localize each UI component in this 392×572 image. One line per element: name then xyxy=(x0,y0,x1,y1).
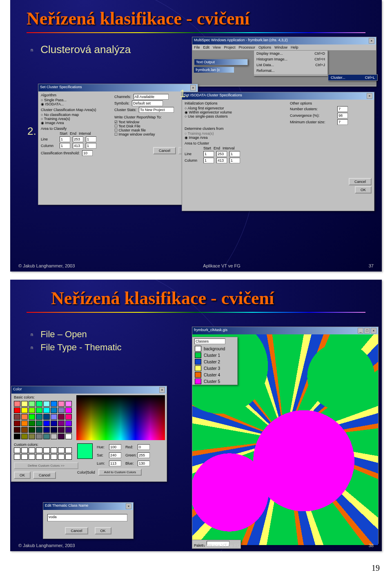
define-custom-button[interactable]: Define Custom Colors >> xyxy=(14,462,78,469)
menu-item-reformat[interactable]: Reformat... xyxy=(254,68,327,73)
color-swatch[interactable] xyxy=(58,401,65,407)
color-swatch[interactable] xyxy=(29,401,35,407)
legend-item[interactable]: Cluster 4 xyxy=(192,372,237,378)
color-swatch[interactable] xyxy=(58,414,65,420)
color-swatch[interactable] xyxy=(51,421,57,426)
num-clusters-input[interactable]: 7 xyxy=(337,106,348,112)
ok-button[interactable]: OK xyxy=(14,472,31,479)
color-swatch[interactable] xyxy=(43,427,50,433)
line-end-input[interactable]: 253 xyxy=(73,136,83,142)
color-picker-titlebar[interactable]: Color × xyxy=(11,386,167,394)
color-swatch[interactable] xyxy=(51,414,57,420)
green-input[interactable]: 255 xyxy=(138,452,150,458)
color-swatch[interactable] xyxy=(29,407,35,413)
col-end-input[interactable]: 413 xyxy=(73,143,83,149)
blue-input[interactable]: 130 xyxy=(138,461,150,466)
color-swatch[interactable] xyxy=(36,434,42,439)
radio-image-area[interactable]: Image Area xyxy=(41,121,110,125)
processor-submenu[interactable]: Cluster...Ctrl+L xyxy=(328,74,378,81)
classname-input[interactable]: voda xyxy=(47,514,127,521)
line-interval-input[interactable]: 1 xyxy=(86,136,96,142)
radio-single-pass-clusters[interactable]: Use single-pass clusters xyxy=(185,114,284,118)
line-interval-input2[interactable]: 1 xyxy=(229,151,240,157)
col-interval-input2[interactable]: 1 xyxy=(229,158,240,163)
col-end-input2[interactable]: 413 xyxy=(216,158,227,163)
cancel-button[interactable]: Cancel xyxy=(65,527,88,534)
edit-classname-titlebar[interactable]: Edit Thematic Class Name × xyxy=(43,503,133,510)
close-icon[interactable]: × xyxy=(369,38,374,44)
radio-no-map[interactable]: No classification map xyxy=(41,113,110,117)
col-start-input[interactable]: 1 xyxy=(60,143,70,149)
col-start-input2[interactable]: 1 xyxy=(203,158,214,163)
color-swatch[interactable] xyxy=(21,434,28,439)
color-swatch[interactable] xyxy=(14,407,20,413)
lum-input[interactable]: 113 xyxy=(109,461,121,466)
legend-swatch[interactable] xyxy=(195,378,201,384)
color-swatch[interactable] xyxy=(21,401,28,407)
convergence-input[interactable]: 98 xyxy=(337,113,348,118)
color-swatch[interactable] xyxy=(21,421,28,426)
color-swatch[interactable] xyxy=(21,427,28,433)
color-swatch[interactable] xyxy=(58,407,65,413)
color-swatch[interactable] xyxy=(21,407,28,413)
close-icon[interactable]: × xyxy=(367,93,372,99)
ok-button[interactable]: OK xyxy=(355,186,372,194)
color-swatch[interactable] xyxy=(14,414,20,420)
line-start-input[interactable]: 1 xyxy=(60,136,70,142)
color-gradient[interactable] xyxy=(76,395,165,440)
ok-button[interactable]: OK xyxy=(95,527,111,534)
cluster-spec-titlebar[interactable]: Set Cluster Specifications × xyxy=(38,84,198,91)
channels-select[interactable]: All Available xyxy=(134,94,169,100)
basic-color-swatches[interactable] xyxy=(11,399,75,441)
hue-input[interactable]: 100 xyxy=(109,444,121,450)
radio-eigen-volume[interactable]: Within eigenvector volume xyxy=(185,110,284,114)
color-swatch[interactable] xyxy=(58,421,65,426)
color-swatch[interactable] xyxy=(36,414,42,420)
color-swatch[interactable] xyxy=(51,427,57,433)
col-interval-input[interactable]: 1 xyxy=(86,143,96,149)
color-swatch[interactable] xyxy=(29,414,35,420)
color-swatch[interactable] xyxy=(51,434,57,439)
symbols-select[interactable]: Default set xyxy=(132,100,163,106)
red-input[interactable]: 0 xyxy=(138,444,150,450)
legend-swatch[interactable] xyxy=(195,352,201,358)
cancel-button[interactable]: Cancel xyxy=(33,472,56,479)
color-swatch[interactable] xyxy=(65,421,72,426)
close-icon[interactable]: × xyxy=(190,85,196,91)
legend-item[interactable]: Cluster 5 xyxy=(192,378,237,385)
legend-swatch[interactable] xyxy=(195,359,201,365)
image-tab[interactable]: frymburk.lan (c xyxy=(194,67,234,73)
legend-item[interactable]: Cluster 3 xyxy=(192,365,237,372)
radio-first-eigen[interactable]: Along first eigenvector xyxy=(185,106,284,110)
stats-select[interactable]: To New Project xyxy=(139,107,174,113)
color-swatch[interactable] xyxy=(36,427,42,433)
menu-item-histogram[interactable]: Histogram Image...Ctrl+H xyxy=(254,56,327,62)
color-swatch[interactable] xyxy=(43,421,50,426)
cancel-button[interactable]: Cancel xyxy=(153,147,176,154)
custom-color-swatches[interactable] xyxy=(11,447,75,461)
color-swatch[interactable] xyxy=(36,401,42,407)
threshold-input[interactable]: 10 xyxy=(82,150,93,156)
color-swatch[interactable] xyxy=(65,434,72,439)
color-swatch[interactable] xyxy=(43,407,50,413)
color-swatch[interactable] xyxy=(21,414,28,420)
add-custom-button[interactable]: Add to Custom Colors xyxy=(98,469,142,476)
color-swatch[interactable] xyxy=(43,434,50,439)
color-swatch[interactable] xyxy=(14,401,20,407)
color-swatch[interactable] xyxy=(29,434,35,439)
legend-swatch[interactable] xyxy=(195,365,201,371)
menu-item-cluster[interactable]: Cluster...Ctrl+L xyxy=(328,75,377,80)
color-swatch[interactable] xyxy=(36,407,42,413)
line-start-input2[interactable]: 1 xyxy=(203,151,214,157)
color-swatch[interactable] xyxy=(14,421,20,426)
color-swatch[interactable] xyxy=(36,421,42,426)
color-swatch[interactable] xyxy=(43,414,50,420)
color-swatch[interactable] xyxy=(29,427,35,433)
menu-item-listdata[interactable]: List Data...Ctrl+J xyxy=(254,62,327,68)
cancel-button[interactable]: Cancel xyxy=(349,178,372,185)
line-end-input2[interactable]: 253 xyxy=(216,151,227,157)
isodata-titlebar[interactable]: Set ISODATA Cluster Specifications × xyxy=(182,92,374,100)
radio-det-train[interactable]: Training Area(s) xyxy=(185,131,284,136)
color-swatch[interactable] xyxy=(51,407,57,413)
color-swatch[interactable] xyxy=(58,434,65,439)
